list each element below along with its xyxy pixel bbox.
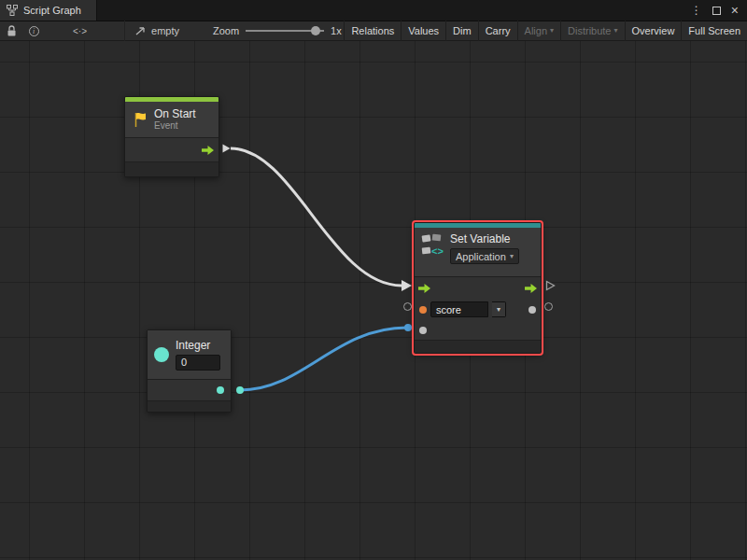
integer-value-input[interactable]: 0 bbox=[176, 355, 220, 371]
chevron-down-icon: ▾ bbox=[510, 253, 514, 260]
relations-button[interactable]: Relations bbox=[344, 21, 401, 41]
set-variable-header: <> Set Variable Application ▾ bbox=[415, 228, 541, 276]
set-variable-body: score ▾ bbox=[415, 276, 541, 340]
integer-type-icon bbox=[154, 347, 169, 362]
variable-name-dropdown[interactable]: ▾ bbox=[492, 301, 506, 317]
flag-icon bbox=[133, 112, 148, 128]
variable-input-port[interactable] bbox=[419, 306, 427, 314]
chevron-down-icon: ▾ bbox=[550, 27, 554, 35]
graph-icon bbox=[7, 5, 18, 16]
script-graph-window: Script Graph ⋮ × i <·> empty bbox=[0, 0, 747, 560]
chevron-down-icon: ▾ bbox=[614, 27, 618, 35]
graph-canvas[interactable]: On Start Event <> bbox=[0, 41, 747, 560]
wire-value-end-dot bbox=[404, 324, 412, 331]
flow-input-port[interactable] bbox=[418, 284, 430, 293]
integer-port-row bbox=[148, 379, 231, 400]
values-button[interactable]: Values bbox=[401, 21, 445, 41]
flow-output-port[interactable] bbox=[525, 284, 537, 293]
set-variable-footer bbox=[415, 340, 541, 353]
toolbar-button-group: Relations Values Dim Carry Align▾ Distri… bbox=[344, 21, 747, 41]
node-on-start[interactable]: On Start Event bbox=[124, 96, 219, 177]
distribute-button[interactable]: Distribute▾ bbox=[560, 21, 624, 41]
node-title: On Start bbox=[154, 107, 196, 120]
titlebar-spacer bbox=[97, 0, 691, 21]
integer-header: Integer 0 bbox=[148, 330, 231, 379]
zoom-slider-knob[interactable] bbox=[311, 26, 320, 35]
new-value-input-port[interactable] bbox=[419, 327, 427, 334]
wire-flow[interactable] bbox=[231, 148, 402, 286]
info-button[interactable]: i bbox=[22, 21, 45, 40]
on-start-header: On Start Event bbox=[125, 102, 218, 137]
integer-footer bbox=[148, 400, 231, 412]
window-controls: ⋮ × bbox=[691, 0, 747, 21]
wire-value-start-dot bbox=[236, 386, 244, 394]
node-title: Set Variable bbox=[450, 232, 519, 245]
dim-button[interactable]: Dim bbox=[445, 21, 478, 41]
wires-layer bbox=[0, 41, 747, 560]
flow-output-connector[interactable] bbox=[221, 143, 232, 154]
integer-value: 0 bbox=[181, 357, 187, 368]
wire-value[interactable] bbox=[240, 328, 407, 390]
info-icon: i bbox=[29, 26, 39, 36]
flow-output-connector[interactable] bbox=[545, 280, 556, 291]
variable-scope-dropdown[interactable]: Application ▾ bbox=[450, 248, 519, 264]
zoom-slider[interactable] bbox=[246, 26, 324, 35]
variable-name-value: score bbox=[436, 304, 461, 315]
graph-pointer-icon bbox=[134, 25, 147, 36]
node-subtitle: Event bbox=[154, 120, 196, 132]
align-button[interactable]: Align▾ bbox=[517, 21, 560, 41]
value-port-row: score ▾ bbox=[415, 299, 541, 320]
on-start-footer bbox=[125, 161, 218, 176]
node-set-variable[interactable]: <> Set Variable Application ▾ bbox=[414, 222, 542, 354]
zoom-control: Zoom 1x bbox=[213, 25, 342, 36]
zoom-value: 1x bbox=[331, 25, 342, 36]
flow-output-port[interactable] bbox=[202, 146, 214, 155]
close-icon[interactable]: × bbox=[731, 4, 739, 17]
node-title: Integer bbox=[176, 339, 220, 352]
zoom-label: Zoom bbox=[213, 25, 239, 36]
code-brackets-icon: <> bbox=[431, 245, 444, 257]
overview-button[interactable]: Overview bbox=[625, 21, 682, 41]
graph-toolbar: i <·> empty Zoom 1x Relations Values Dim… bbox=[0, 21, 747, 41]
window-menu-icon[interactable]: ⋮ bbox=[691, 5, 702, 16]
lock-icon bbox=[7, 25, 17, 37]
graph-reference-button[interactable]: empty bbox=[125, 25, 189, 36]
fullscreen-button[interactable]: Full Screen bbox=[681, 21, 747, 41]
variable-output-connector[interactable] bbox=[544, 302, 553, 311]
maximize-icon[interactable] bbox=[712, 7, 721, 15]
title-bar: Script Graph ⋮ × bbox=[0, 0, 747, 21]
chevron-down-icon: ▾ bbox=[497, 306, 500, 314]
variable-output-port[interactable] bbox=[529, 306, 536, 314]
flow-port-row bbox=[415, 277, 541, 299]
value-input-row bbox=[415, 320, 541, 340]
lock-button[interactable] bbox=[0, 21, 22, 40]
tab-title: Script Graph bbox=[23, 5, 81, 16]
graph-reference-label: empty bbox=[151, 25, 179, 36]
integer-output-port[interactable] bbox=[217, 386, 224, 394]
tab-script-graph[interactable]: Script Graph bbox=[0, 0, 97, 21]
carry-button[interactable]: Carry bbox=[478, 21, 517, 41]
variable-scope-label: Application bbox=[456, 251, 506, 262]
code-preview-icon[interactable]: <·> bbox=[73, 26, 87, 36]
variable-name-input[interactable]: score bbox=[430, 301, 488, 317]
variable-input-connector[interactable] bbox=[403, 302, 412, 311]
node-integer[interactable]: Integer 0 bbox=[147, 329, 232, 413]
variables-icon: <> bbox=[421, 232, 444, 258]
wire-flow-arrowhead-icon bbox=[402, 280, 412, 291]
on-start-port-row bbox=[125, 137, 218, 161]
